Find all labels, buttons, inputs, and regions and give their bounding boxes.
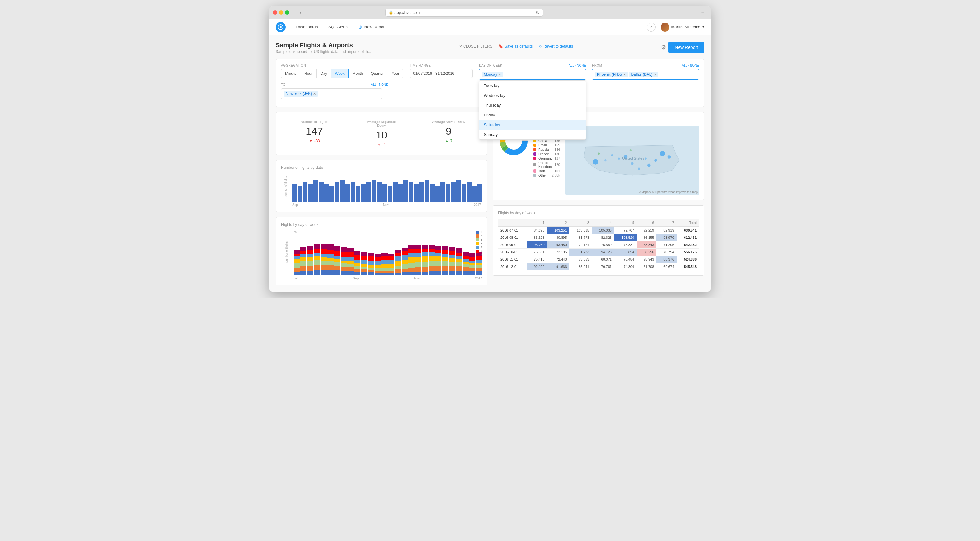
stack-segment bbox=[428, 271, 434, 275]
close-button[interactable] bbox=[273, 10, 277, 14]
revert-defaults-button[interactable]: ↺ Revert to defaults bbox=[539, 44, 573, 49]
agg-hour[interactable]: Hour bbox=[301, 69, 317, 78]
new-report-nav-label: New Report bbox=[364, 25, 386, 29]
nav-new-report[interactable]: ⊕ New Report bbox=[353, 19, 391, 35]
minimize-button[interactable] bbox=[279, 10, 283, 14]
back-button[interactable]: ‹ bbox=[293, 9, 297, 16]
from-phx-remove[interactable]: ✕ bbox=[623, 73, 626, 77]
dow-all-none[interactable]: ALL · NONE bbox=[568, 64, 586, 67]
stack-segment bbox=[314, 249, 320, 253]
nav-arrows: ‹ › bbox=[293, 9, 303, 16]
stack-segment bbox=[436, 266, 441, 271]
close-filters-button[interactable]: ✕ CLOSE FILTERS bbox=[459, 44, 493, 49]
stack-segment bbox=[395, 266, 401, 270]
stack-segment bbox=[361, 267, 367, 270]
stack-segment bbox=[300, 271, 306, 275]
maximize-button[interactable] bbox=[285, 10, 289, 14]
reload-button[interactable]: ↻ bbox=[536, 10, 539, 15]
bar bbox=[409, 182, 414, 202]
stack-segment bbox=[294, 254, 299, 257]
dow-tag-remove[interactable]: ✕ bbox=[498, 73, 501, 77]
settings-button[interactable]: ⚙ bbox=[661, 44, 666, 51]
cell-4: 70.761 bbox=[592, 263, 614, 270]
stack-segment bbox=[361, 252, 367, 255]
to-jfk-remove[interactable]: ✕ bbox=[313, 92, 316, 96]
to-all-none[interactable]: ALL · NONE bbox=[371, 83, 388, 86]
help-button[interactable]: ? bbox=[647, 23, 655, 32]
url-bar[interactable]: 🔒 app.cluvio.com ↻ bbox=[385, 8, 543, 17]
stack-segment bbox=[321, 249, 327, 254]
agg-week[interactable]: Week bbox=[331, 69, 348, 78]
save-defaults-button[interactable]: 🔖 Save as defaults bbox=[498, 44, 533, 49]
bar bbox=[366, 182, 371, 202]
stack-segment bbox=[294, 263, 299, 267]
forward-button[interactable]: › bbox=[298, 9, 302, 16]
stack-column bbox=[307, 235, 313, 275]
agg-month[interactable]: Month bbox=[349, 69, 367, 78]
cell-3: 91.783 bbox=[570, 249, 592, 256]
cell-5: 79.707 bbox=[614, 227, 636, 234]
dow-tag-input[interactable]: Monday ✕ bbox=[479, 69, 586, 80]
stack-segment bbox=[381, 268, 387, 270]
agg-quarter[interactable]: Quarter bbox=[367, 69, 388, 78]
new-report-button[interactable]: New Report bbox=[668, 41, 705, 53]
stack-column bbox=[428, 235, 434, 275]
svg-point-1 bbox=[280, 26, 282, 28]
from-tag-input[interactable]: Phoenix (PHX) ✕ Dallas (DAL) ✕ bbox=[592, 69, 699, 80]
time-range-input[interactable]: 01/07/2016 - 31/12/2016 bbox=[410, 69, 473, 78]
cell-2: 72.195 bbox=[547, 249, 570, 256]
bar bbox=[477, 184, 482, 202]
cell-6: 86.155 bbox=[636, 234, 657, 241]
stack-segment bbox=[375, 257, 380, 261]
legend-fr: France130 bbox=[533, 152, 560, 156]
revert-defaults-label: Revert to defaults bbox=[543, 44, 573, 49]
stack-segment bbox=[375, 265, 380, 268]
agg-year[interactable]: Year bbox=[388, 69, 403, 78]
nav-sql-alerts[interactable]: SQL Alerts bbox=[323, 19, 353, 35]
dow-option-friday[interactable]: Friday bbox=[479, 110, 585, 120]
stack-column bbox=[341, 235, 347, 275]
cell-5: 75.881 bbox=[614, 241, 636, 249]
add-tab-button[interactable]: + bbox=[698, 9, 707, 16]
stack-segment bbox=[368, 253, 374, 257]
kpi-arrival-label: Average Arrival Delay bbox=[415, 120, 482, 124]
stack-column bbox=[422, 235, 428, 275]
to-tag-input[interactable]: New York (JFK) ✕ bbox=[281, 88, 382, 99]
stack-column bbox=[361, 235, 367, 275]
row-date: 2016-11-01 bbox=[498, 256, 527, 263]
svg-point-16 bbox=[654, 159, 657, 161]
header-buttons: ⚙ New Report bbox=[661, 41, 705, 53]
stack-segment bbox=[327, 244, 333, 250]
stack-segment bbox=[422, 257, 428, 262]
stack-segment bbox=[428, 252, 434, 256]
dow-option-tuesday[interactable]: Tuesday bbox=[479, 81, 585, 91]
bar bbox=[456, 180, 461, 202]
bar bbox=[361, 184, 366, 202]
dow-option-thursday[interactable]: Thursday bbox=[479, 100, 585, 110]
stack-segment bbox=[341, 271, 347, 275]
dow-option-sunday[interactable]: Sunday bbox=[479, 130, 585, 139]
cell-3: 85.241 bbox=[570, 263, 592, 270]
stack-segment bbox=[415, 257, 421, 262]
from-dal-remove[interactable]: ✕ bbox=[654, 73, 657, 77]
dow-option-wednesday[interactable]: Wednesday bbox=[479, 91, 585, 100]
from-all-none[interactable]: ALL · NONE bbox=[682, 64, 699, 67]
user-chevron-icon: ▾ bbox=[702, 25, 705, 29]
agg-minute[interactable]: Minute bbox=[281, 69, 301, 78]
stack-segment bbox=[428, 261, 434, 266]
cell-2: 103.251 bbox=[547, 227, 570, 234]
table-header-row: 1 2 3 4 5 6 7 Total bbox=[498, 219, 699, 227]
row-date: 2016-08-01 bbox=[498, 234, 527, 241]
stack-segment bbox=[321, 265, 327, 270]
user-menu[interactable]: Marius Kirschke ▾ bbox=[660, 23, 705, 32]
stack-segment bbox=[361, 260, 367, 264]
dow-option-saturday[interactable]: Saturday bbox=[479, 120, 585, 130]
stack-segment bbox=[408, 249, 414, 253]
cell-3: 103.315 bbox=[570, 227, 592, 234]
stack-segment bbox=[321, 257, 327, 260]
stack-segment bbox=[476, 265, 482, 268]
nav-dashboards[interactable]: Dashboards bbox=[291, 19, 323, 35]
agg-day[interactable]: Day bbox=[317, 69, 331, 78]
cell-5: 103.520 bbox=[614, 234, 636, 241]
page-title-section: Sample Flights & Airports Sample dashboa… bbox=[275, 41, 371, 54]
